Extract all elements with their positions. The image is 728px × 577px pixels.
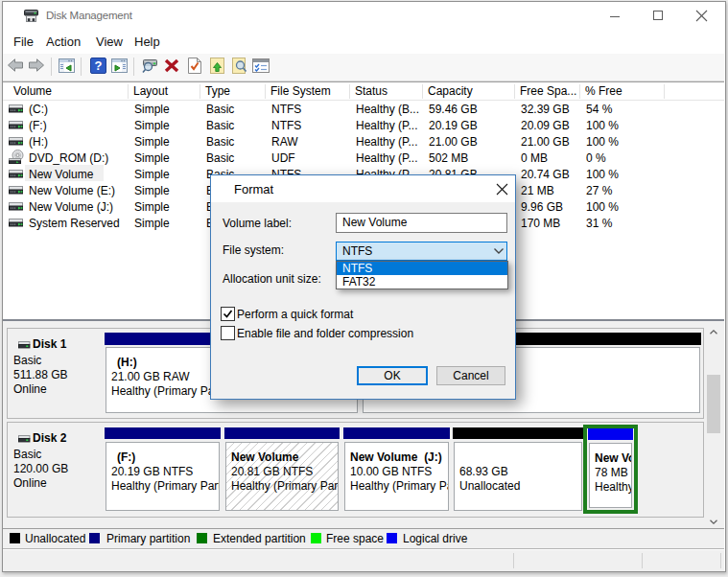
svg-text:?: ? [95, 58, 103, 73]
